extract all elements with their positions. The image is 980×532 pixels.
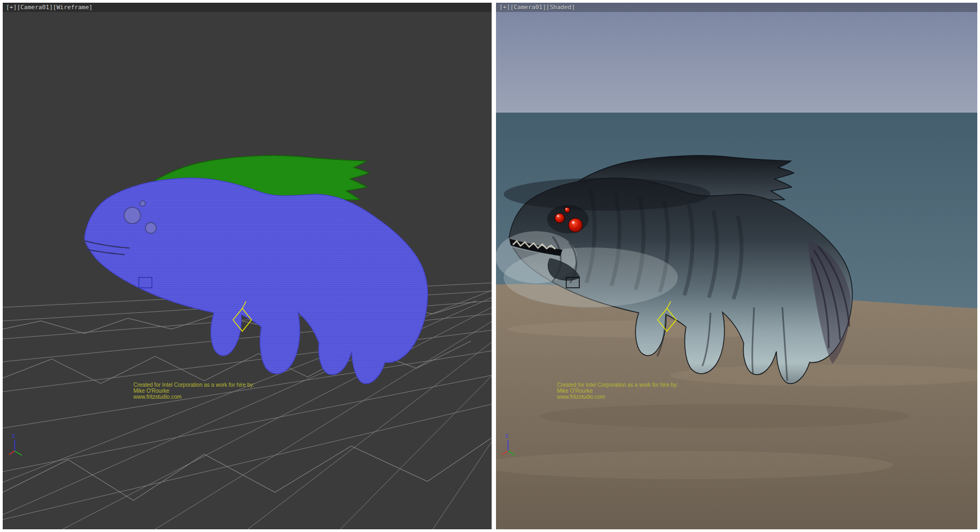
back-shadow — [504, 178, 710, 211]
world-axis-tripod: Z — [7, 432, 31, 459]
viewport-label: [+][Camera01][Shaded] — [499, 4, 575, 11]
fish-model-wireframe[interactable] — [84, 156, 427, 383]
viewport-shaded[interactable]: [+][Camera01][Shaded] Created for Intel … — [496, 3, 977, 529]
scene-annotation: Created for Intel Corporation as a work … — [133, 382, 254, 400]
annotation-line-1: Created for Intel Corporation as a work … — [133, 382, 254, 388]
viewport-wireframe[interactable]: [+][Camera01][Wireframe] Created for Int… — [3, 3, 492, 529]
axis-z-label: Z — [12, 434, 15, 439]
viewport-label: [+][Camera01][Wireframe] — [6, 4, 93, 11]
scene-annotation: Created for Intel Corporation as a work … — [557, 382, 678, 400]
annotation-line-1: Created for Intel Corporation as a work … — [557, 382, 678, 388]
viewport-shading-menu[interactable]: [Shaded] — [546, 4, 575, 11]
viewport-shading-menu[interactable]: [Wireframe] — [53, 4, 93, 11]
wireframe-scene — [3, 3, 492, 529]
viewport-frame: [+][Camera01][Wireframe] Created for Int… — [0, 0, 980, 532]
viewport-menu-button[interactable]: [+] — [499, 4, 510, 11]
sky — [496, 3, 977, 113]
annotation-line-3: www.fritzstudio.com — [557, 394, 678, 400]
annotation-line-2: Mike O'Rourke — [557, 388, 678, 394]
world-axis-tripod: Z — [500, 432, 524, 459]
viewport-menu-button[interactable]: [+] — [6, 4, 17, 11]
annotation-line-3: www.fritzstudio.com — [133, 394, 254, 400]
annotation-line-2: Mike O'Rourke — [133, 388, 254, 394]
viewport-camera-menu[interactable]: [Camera01] — [17, 4, 53, 11]
viewport-camera-menu[interactable]: [Camera01] — [510, 4, 546, 11]
shaded-scene — [496, 3, 977, 529]
axis-z-label: Z — [505, 434, 509, 439]
